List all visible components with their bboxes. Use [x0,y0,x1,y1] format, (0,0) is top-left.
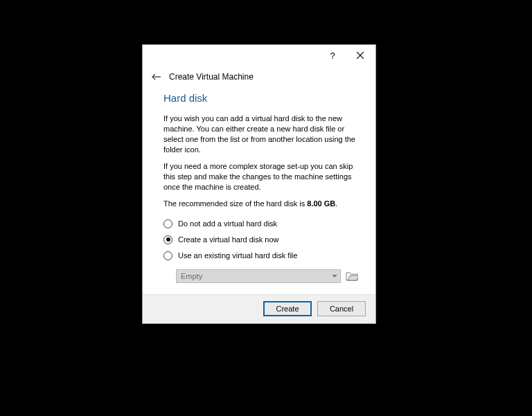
close-icon [357,52,364,59]
create-button[interactable]: Create [263,301,312,316]
radio-label: Use an existing virtual hard disk file [178,251,297,260]
browse-folder-button [345,269,359,283]
header: Create Virtual Machine [143,66,375,89]
radio-option-no-disk[interactable]: Do not add a virtual hard disk [163,216,359,232]
radio-icon [163,235,172,244]
section-heading: Hard disk [163,92,359,104]
description-paragraph-2: If you need a more complex storage set-u… [163,161,359,192]
description-paragraph-1: If you wish you can add a virtual hard d… [163,114,359,154]
rec-prefix: The recommended size of the hard disk is [163,199,307,208]
cancel-button[interactable]: Cancel [317,301,366,316]
existing-disk-row: Empty [163,269,359,283]
back-button[interactable] [151,71,162,82]
help-button[interactable]: ? [319,46,346,65]
folder-icon [346,271,358,282]
close-button[interactable] [346,46,374,65]
radio-icon [163,251,172,260]
help-icon: ? [330,51,335,61]
recommended-size-line: The recommended size of the hard disk is… [163,199,359,208]
radio-option-create-disk[interactable]: Create a virtual hard disk now [163,232,359,248]
dialog-title: Create Virtual Machine [169,72,254,82]
radio-label: Do not add a virtual hard disk [178,219,277,228]
titlebar: ? [143,45,375,66]
chevron-down-icon [332,275,337,278]
radio-option-existing-disk[interactable]: Use an existing virtual hard disk file [163,248,359,264]
create-vm-dialog: ? Create Virtual Machine Hard disk If yo… [142,44,376,324]
back-arrow-icon [152,73,161,81]
rec-suffix: . [335,199,337,208]
dropdown-value: Empty [181,272,202,280]
radio-icon [163,219,172,228]
button-bar: Create Cancel [143,294,375,323]
radio-label: Create a virtual hard disk now [178,235,279,244]
existing-disk-dropdown: Empty [176,269,341,283]
content-area: Hard disk If you wish you can add a virt… [143,89,375,294]
radio-group: Do not add a virtual hard disk Create a … [163,216,359,264]
rec-value: 8.00 GB [307,199,335,208]
